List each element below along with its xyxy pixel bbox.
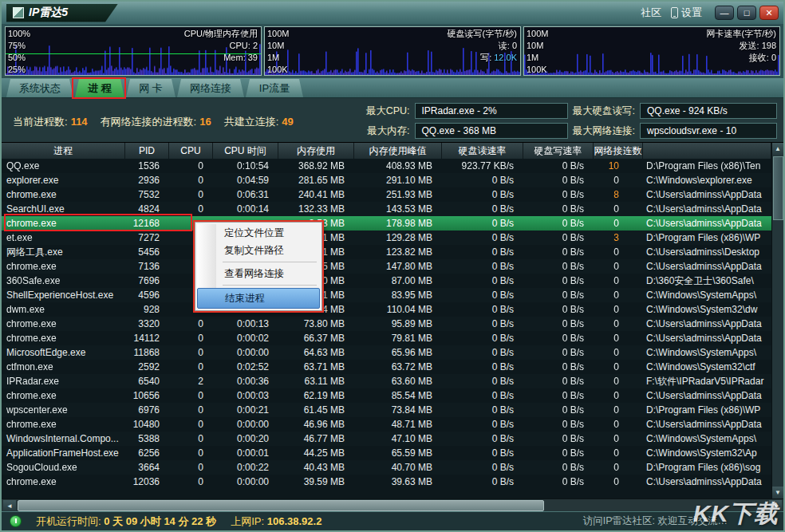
column-header[interactable]: 网络接连数 xyxy=(594,143,643,159)
cell-name: ShellExperienceHost.exe xyxy=(2,290,125,301)
cell-conn: 0 xyxy=(594,462,643,473)
cell-peak: 65.59 MB xyxy=(354,447,442,459)
vertical-scroll-thumb[interactable] xyxy=(773,156,783,220)
power-icon xyxy=(10,515,22,527)
cell-mem: 39.59 MB xyxy=(278,476,354,487)
menu-item[interactable]: 复制文件路径 xyxy=(197,242,320,259)
table-row[interactable]: ShellExperienceHost.exe45962.91 MB83.95 … xyxy=(2,288,771,302)
cell-read: 0 B/s xyxy=(442,333,523,344)
table-row[interactable]: et.exe72727.41 MB129.28 MB0 B/s0 B/s3D:\… xyxy=(2,231,771,245)
cell-path: C:\Users\adminss\AppData xyxy=(643,419,771,430)
cell-write: 0 B/s xyxy=(523,361,594,372)
column-header[interactable]: CPU 时间 xyxy=(213,143,278,159)
scroll-up-button[interactable]: ▲ xyxy=(772,143,783,155)
table-row[interactable]: chrome.exe1203600:00:0039.59 MB39.63 MB0… xyxy=(2,475,771,489)
cell-conn: 0 xyxy=(594,246,643,258)
table-row[interactable]: chrome.exe753200:06:31240.41 MB251.93 MB… xyxy=(2,187,771,202)
cell-name: ApplicationFrameHost.exe xyxy=(2,447,125,459)
menu-separator xyxy=(223,262,317,262)
cell-peak: 85.54 MB xyxy=(354,390,442,401)
table-row[interactable]: WindowsInternal.Compo...538800:00:2046.7… xyxy=(2,432,771,446)
table-row[interactable]: QQ.exe153600:10:54368.92 MB408.93 MB923.… xyxy=(2,159,771,173)
cell-cpu: 0 xyxy=(169,160,213,171)
close-button[interactable]: ✕ xyxy=(759,6,779,20)
tab-system-status[interactable]: 系统状态 xyxy=(6,79,73,97)
scroll-down-button[interactable]: ▼ xyxy=(772,487,783,499)
tab-ip-traffic[interactable]: IP流量 xyxy=(246,79,303,97)
table-row[interactable]: chrome.exe1411200:00:0266.37 MB79.81 MB0… xyxy=(2,331,771,345)
cell-path: D:\360安全卫士\360Safe\ xyxy=(643,274,771,288)
uptime-status: 开机运行时间: 0 天 09 小时 14 分 22 秒 xyxy=(36,514,216,529)
cell-name: chrome.exe xyxy=(2,261,125,272)
cell-time: 0:00:36 xyxy=(213,376,278,387)
table-row[interactable]: SogouCloud.exe366400:00:2240.43 MB40.70 … xyxy=(2,460,771,475)
cell-path: C:\Windows\SystemApps\ xyxy=(643,347,771,358)
cell-read: 0 B/s xyxy=(442,218,523,229)
cell-mem: 40.43 MB xyxy=(278,462,354,473)
table-row[interactable]: MicrosoftEdge.exe1186800:00:0064.63 MB65… xyxy=(2,345,771,360)
table-row[interactable]: IPRadar.exe654020:00:3663.11 MB63.60 MB0… xyxy=(2,374,771,388)
tab-network-card[interactable]: 网 卡 xyxy=(126,79,176,97)
menu-item[interactable]: 定位文件位置 xyxy=(197,224,320,242)
settings-button[interactable]: 设置 xyxy=(671,6,702,20)
tab-processes[interactable]: 进 程 xyxy=(75,79,124,97)
column-header[interactable]: 内存使用峰值 xyxy=(354,143,442,159)
table-row[interactable]: wpscenter.exe697600:00:2161.45 MB73.84 M… xyxy=(2,403,771,417)
cell-name: chrome.exe xyxy=(2,318,125,329)
table-row[interactable]: chrome.exe121683.53 MB178.98 MB0 B/s0 B/… xyxy=(2,216,771,231)
cell-conn: 0 xyxy=(594,447,643,459)
cell-mem: 64.63 MB xyxy=(278,347,354,358)
table-row[interactable]: 360Safe.exe76964.00 MB87.00 MB0 B/s0 B/s… xyxy=(2,274,771,288)
column-header[interactable] xyxy=(643,143,771,159)
table-row[interactable]: chrome.exe332000:00:1373.80 MB95.89 MB0 … xyxy=(2,317,771,331)
menu-item[interactable]: 结束进程 xyxy=(197,288,320,309)
column-header[interactable]: PID xyxy=(125,143,169,159)
column-header[interactable]: 内存使用 xyxy=(278,143,354,159)
cell-read: 0 B/s xyxy=(442,261,523,272)
monitor-graphs: 100%75% 50%25% CPU/物理内存使用 CPU: 2 Mem: 39… xyxy=(2,24,783,78)
maximize-button[interactable]: □ xyxy=(737,6,756,20)
community-link[interactable]: 社区 xyxy=(641,6,661,20)
table-row[interactable]: chrome.exe1048000:00:0046.96 MB48.71 MB0… xyxy=(2,417,771,432)
cell-conn: 0 xyxy=(594,361,643,372)
table-row[interactable]: 网络工具.exe54561.01 MB123.82 MB0 B/s0 B/s0C… xyxy=(2,245,771,259)
cell-conn: 0 xyxy=(594,333,643,344)
cell-mem: 132.33 MB xyxy=(278,203,354,215)
cell-conn: 0 xyxy=(594,476,643,487)
menu-item[interactable]: 查看网络连接 xyxy=(197,265,320,282)
tab-connections[interactable]: 网络连接 xyxy=(177,79,244,97)
cell-read: 0 B/s xyxy=(442,419,523,430)
horizontal-scroll-thumb[interactable] xyxy=(18,500,544,511)
cell-read: 0 B/s xyxy=(442,232,523,243)
cell-path: C:\Users\adminss\AppData xyxy=(643,261,771,272)
cell-pid: 10656 xyxy=(125,390,169,401)
cell-read: 0 B/s xyxy=(442,203,523,215)
cell-read: 0 B/s xyxy=(442,433,523,444)
table-row[interactable]: SearchUI.exe482400:00:14132.33 MB143.53 … xyxy=(2,202,771,216)
column-header[interactable]: CPU xyxy=(169,143,213,159)
cell-peak: 87.00 MB xyxy=(354,275,442,286)
table-row[interactable]: chrome.exe71361.45 MB147.80 MB0 B/s0 B/s… xyxy=(2,259,771,274)
column-header[interactable]: 进程 xyxy=(2,143,125,159)
cell-pid: 10480 xyxy=(125,419,169,430)
column-header[interactable]: 硬盘读速率 xyxy=(442,143,523,159)
cell-name: SearchUI.exe xyxy=(2,203,125,215)
horizontal-scrollbar[interactable]: ◄ ► xyxy=(2,499,783,511)
cell-name: chrome.exe xyxy=(2,333,125,344)
cell-path: C:\Windows\explorer.exe xyxy=(643,175,771,186)
table-row[interactable]: explorer.exe293600:04:59281.65 MB291.10 … xyxy=(2,173,771,187)
table-row[interactable]: dwm.exe92810:03:0781.84 MB110.04 MB0 B/s… xyxy=(2,302,771,317)
table-row[interactable]: chrome.exe1065600:00:0362.19 MB85.54 MB0… xyxy=(2,388,771,403)
cell-conn: 0 xyxy=(594,347,643,358)
column-header[interactable]: 硬盘写速率 xyxy=(523,143,594,159)
cell-path: D:\Program Files (x86)\Ten xyxy=(643,160,771,171)
cell-pid: 3320 xyxy=(125,318,169,329)
vertical-scrollbar[interactable]: ▲ ▼ xyxy=(771,143,783,499)
cell-read: 0 B/s xyxy=(442,361,523,372)
app-logo: IP雷达5 xyxy=(6,4,118,22)
cell-read: 0 B/s xyxy=(442,347,523,358)
scroll-left-button[interactable]: ◄ xyxy=(3,500,16,511)
minimize-button[interactable]: — xyxy=(715,6,734,20)
table-row[interactable]: ctfmon.exe259200:02:5263.71 MB63.72 MB0 … xyxy=(2,360,771,374)
table-row[interactable]: ApplicationFrameHost.exe625600:00:0144.2… xyxy=(2,446,771,460)
